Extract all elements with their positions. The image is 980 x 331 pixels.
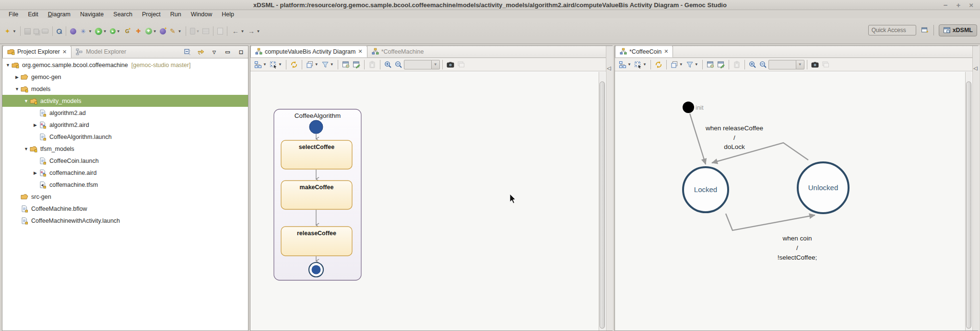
debug-button[interactable] — [69, 25, 78, 37]
tree-item-activity-models[interactable]: ▼activity_models — [2, 95, 248, 107]
debug-configurations-button[interactable] — [158, 25, 167, 37]
close-button[interactable]: × — [969, 1, 973, 9]
skip-breakpoints-button[interactable]: ▼ — [78, 25, 94, 37]
tree-item-coffeemachinewithactivity-launch[interactable]: CoffeeMachinewithActivity.launch — [2, 215, 248, 227]
filters-dropdown-icon[interactable]: ▼ — [695, 62, 698, 67]
forward-button[interactable]: ▼ — [246, 25, 261, 37]
fsm-transition-coin-label[interactable]: when coin / !selectCoffee; — [778, 235, 817, 261]
copy-appearance-dropdown-icon[interactable]: ▼ — [679, 62, 683, 67]
close-tab-icon[interactable]: ✕ — [62, 49, 67, 55]
vertical-scrollbar[interactable] — [599, 72, 605, 331]
filters-button[interactable]: ▼ — [685, 58, 700, 71]
zoom-level-combo[interactable] — [768, 60, 796, 69]
tree-item-coffeecoin-launch[interactable]: CoffeeCoin.launch — [2, 155, 248, 167]
annotate-dropdown-icon[interactable]: ▼ — [178, 29, 182, 34]
new-launch-button[interactable] — [133, 25, 144, 37]
tree-expander-icon[interactable]: ▶ — [32, 123, 39, 127]
menu-project[interactable]: Project — [137, 11, 165, 18]
menu-search[interactable]: Search — [108, 11, 137, 18]
filters-button[interactable]: ▼ — [320, 58, 335, 71]
tree-item-algorithm2-aird[interactable]: ▶algorithm2.aird — [2, 119, 248, 131]
tree-expander-icon[interactable]: ▼ — [23, 147, 30, 151]
snapshot-button[interactable] — [810, 58, 820, 71]
collapse-pane-icon[interactable]: ◁ — [607, 65, 611, 71]
quick-access-icon[interactable] — [921, 26, 929, 34]
run-dropdown-icon[interactable]: ▼ — [103, 29, 107, 34]
tree-item-src-gen[interactable]: src-gen — [2, 191, 248, 203]
run-last-dropdown-icon[interactable]: ▼ — [117, 29, 120, 34]
view-menu-icon[interactable]: ▽ — [210, 48, 218, 56]
tree-expander-icon[interactable]: ▼ — [4, 63, 12, 68]
tree-item-org-gemoc-sample-bcool-coffeemachine[interactable]: ▼org.gemoc.sample.bcool.coffeemachine[ge… — [2, 59, 248, 71]
link-with-editor-icon[interactable] — [197, 48, 205, 56]
fsm-diagram-canvas[interactable]: init when releaseCoffee / doLock Locked … — [615, 72, 965, 331]
copy-appearance-dropdown-icon[interactable]: ▼ — [315, 62, 319, 67]
tab-model-explorer[interactable]: Model Explorer — [71, 46, 130, 58]
forward-dropdown-icon[interactable]: ▼ — [256, 29, 260, 34]
tree-item-gemoc-gen[interactable]: ▶gemoc-gen — [2, 71, 248, 83]
scrollbar-thumb[interactable] — [600, 81, 605, 329]
collapse-pane-icon[interactable]: ◁ — [973, 65, 977, 71]
fsm-transition-locked-to-unlocked[interactable] — [726, 214, 815, 230]
tab-coffeecoin[interactable]: *CoffeeCoin ✕ — [615, 46, 673, 57]
skip-breakpoints-dropdown-icon[interactable]: ▼ — [88, 29, 92, 34]
minimize-view-icon[interactable]: ▭ — [224, 48, 232, 56]
fsm-init-transition[interactable] — [690, 114, 706, 164]
gemoc-engine-button[interactable] — [122, 25, 133, 37]
tab-coffeemachine[interactable]: *CoffeeMachine — [367, 46, 428, 57]
close-tab-icon[interactable]: ✕ — [664, 48, 668, 55]
collapse-all-icon[interactable] — [183, 48, 191, 56]
minimize-button[interactable]: − — [944, 1, 948, 9]
zoom-level-combo[interactable] — [404, 60, 432, 69]
arrange-all-dropdown-icon[interactable]: ▼ — [627, 62, 631, 67]
copy-appearance-button[interactable]: ▼ — [305, 58, 320, 71]
zoom-level-dropdown-icon[interactable]: ▼ — [432, 60, 440, 69]
tab-project-explorer[interactable]: Project Explorer ✕ — [2, 46, 71, 58]
open-in-editor-button[interactable] — [351, 58, 362, 71]
run-last-button[interactable]: ▼ — [108, 25, 122, 37]
arrange-all-button[interactable]: ▼ — [617, 58, 633, 71]
tree-expander-icon[interactable]: ▼ — [23, 99, 30, 103]
menu-diagram[interactable]: Diagram — [43, 11, 75, 18]
tree-expander-icon[interactable]: ▶ — [32, 171, 39, 175]
annotate-button[interactable]: ▼ — [167, 25, 183, 37]
export-as-image-button[interactable] — [341, 58, 351, 71]
tab-computevaluebis-activity-diagram[interactable]: computeValueBis Activity Diagram ✕ — [250, 46, 367, 57]
refresh-button[interactable] — [289, 58, 299, 71]
menu-run[interactable]: Run — [165, 11, 186, 18]
zoom-in-button[interactable] — [747, 58, 758, 71]
quick-access-input[interactable] — [868, 25, 916, 35]
refresh-button[interactable] — [653, 58, 664, 71]
zoom-level-dropdown-icon[interactable]: ▼ — [796, 60, 804, 69]
arrange-all-dropdown-icon[interactable]: ▼ — [263, 62, 267, 67]
tree-item-coffeemachine-bflow[interactable]: CoffeeMachine.bflow — [2, 203, 248, 215]
tree-item-tfsm-models[interactable]: ▼tfsm_models — [2, 143, 248, 155]
new-wizard-button[interactable]: ▼ — [2, 25, 18, 37]
close-tab-icon[interactable]: ✕ — [358, 48, 362, 55]
vertical-scrollbar[interactable] — [965, 72, 972, 331]
fsm-initial-node[interactable] — [683, 102, 694, 113]
snapshot-button[interactable] — [445, 58, 456, 71]
export-as-image-button[interactable] — [705, 58, 716, 71]
initial-node[interactable] — [309, 120, 323, 134]
run-configurations-button[interactable]: ▼ — [144, 25, 158, 37]
back-dropdown-icon[interactable]: ▼ — [240, 29, 244, 34]
menu-help[interactable]: Help — [217, 11, 239, 18]
select-mode-button[interactable]: ▼ — [268, 58, 283, 71]
select-mode-button[interactable]: ▼ — [633, 58, 648, 71]
maximize-button[interactable]: + — [956, 1, 960, 9]
menu-window[interactable]: Window — [186, 11, 217, 18]
tree-item-coffeealgorithm-launch[interactable]: CoffeeAlgorithm.launch — [2, 131, 248, 143]
select-mode-dropdown-icon[interactable]: ▼ — [278, 62, 282, 67]
arrange-all-button[interactable]: ▼ — [253, 58, 268, 71]
run-configurations-dropdown-icon[interactable]: ▼ — [153, 29, 157, 34]
zoom-out-button[interactable] — [393, 58, 404, 71]
activity-diagram-canvas[interactable]: CoffeeAlgorithm selectCoffee makeCoffee … — [250, 72, 599, 331]
menu-navigate[interactable]: Navigate — [75, 11, 108, 18]
tree-item-coffemachine-tfsm[interactable]: coffemachine.tfsm — [2, 179, 248, 191]
zoom-in-button[interactable] — [383, 58, 393, 71]
tree-item-algorithm2-ad[interactable]: algorithm2.ad — [2, 107, 248, 119]
tree-expander-icon[interactable]: ▶ — [13, 75, 21, 80]
select-mode-dropdown-icon[interactable]: ▼ — [643, 62, 647, 67]
perspective-button-xdsml[interactable]: xDSML — [939, 24, 977, 36]
